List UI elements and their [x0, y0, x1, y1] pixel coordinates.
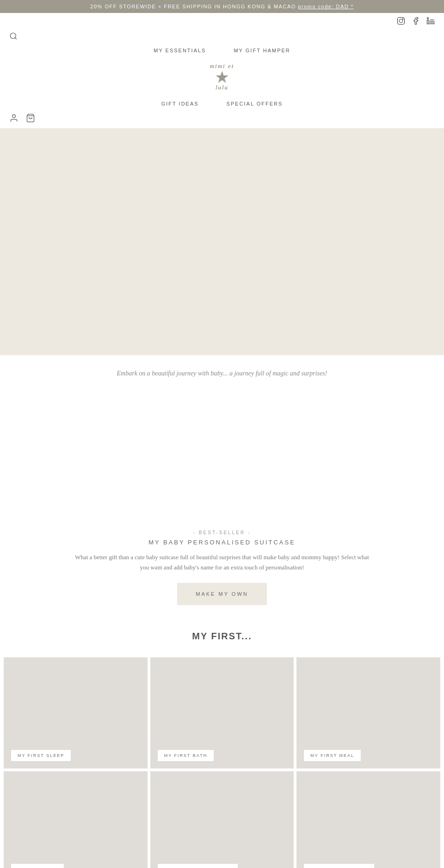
product-card-meal[interactable]: MY FIRST MEAL — [296, 657, 440, 768]
product-image-room-decor — [150, 771, 294, 868]
product-label-bath: MY FIRST BATH — [158, 750, 214, 761]
cart-button[interactable] — [26, 113, 35, 123]
product-image-toy — [4, 771, 148, 868]
svg-point-5 — [10, 33, 16, 38]
svg-rect-3 — [427, 20, 429, 24]
bestseller-label: - BEST-SELLER - — [9, 530, 435, 535]
bottom-nav: GIFT IDEAS SPECIAL OFFERS — [0, 97, 444, 111]
product-label-sleep: MY FIRST SLEEP — [11, 750, 71, 761]
my-first-section: MY FIRST... — [0, 614, 444, 651]
announcement-bar: 20% OFF STOREWIDE + FREE SHIPPING IN HON… — [0, 0, 444, 13]
announcement-text: 20% OFF STOREWIDE + FREE SHIPPING IN HON… — [90, 4, 296, 9]
account-cart-row — [0, 111, 444, 125]
product-card-sleep[interactable]: MY FIRST SLEEP — [4, 657, 148, 768]
svg-point-1 — [399, 19, 403, 23]
logo[interactable]: mimi et ★ lulu — [199, 62, 245, 95]
product-label-toy: MY FIRST TOY — [11, 864, 64, 868]
my-first-title: MY FIRST... — [0, 631, 444, 642]
search-row — [0, 29, 444, 43]
hero-banner — [0, 128, 444, 355]
make-my-own-button[interactable]: MAKE MY OWN — [177, 583, 266, 605]
journey-section: Embark on a beautiful journey with baby.… — [0, 355, 444, 387]
nav-my-gift-hamper[interactable]: MY GIFT HAMPER — [234, 48, 290, 53]
svg-rect-0 — [398, 18, 405, 25]
product-card-suitcase[interactable]: MY FIRST SUITCASE — [296, 771, 440, 868]
product-card-bath[interactable]: MY FIRST BATH — [150, 657, 294, 768]
logo-area: mimi et ★ lulu — [0, 58, 444, 97]
instagram-icon[interactable] — [397, 17, 405, 25]
logo-star: ★ — [215, 69, 229, 86]
product-label-room-decor: MY FIRST ROOM DECOR — [158, 864, 238, 868]
product-card-room-decor[interactable]: MY FIRST ROOM DECOR — [150, 771, 294, 868]
product-card-toy[interactable]: MY FIRST TOY — [4, 771, 148, 868]
linkedin-icon[interactable] — [426, 17, 435, 25]
bestseller-section: - BEST-SELLER - MY BABY PERSONALISED SUI… — [0, 516, 444, 614]
svg-line-6 — [15, 37, 16, 39]
nav-gift-ideas[interactable]: GIFT IDEAS — [161, 101, 199, 106]
product-label-suitcase: MY FIRST SUITCASE — [304, 864, 374, 868]
promo-link[interactable]: promo code: DAD * — [298, 4, 353, 9]
middle-image-area — [0, 391, 444, 512]
top-nav: MY ESSENTIALS MY GIFT HAMPER — [0, 43, 444, 58]
social-row — [0, 13, 444, 29]
account-button[interactable] — [9, 113, 18, 123]
svg-point-4 — [427, 18, 429, 19]
logo-text-bottom: lulu — [216, 84, 228, 91]
facebook-icon[interactable] — [412, 17, 420, 25]
product-image-suitcase — [296, 771, 440, 868]
journey-text: Embark on a beautiful journey with baby.… — [9, 370, 435, 377]
nav-my-essentials[interactable]: MY ESSENTIALS — [154, 48, 206, 53]
svg-point-2 — [402, 19, 403, 19]
product-label-meal: MY FIRST MEAL — [304, 750, 361, 761]
svg-point-7 — [12, 115, 16, 118]
product-grid: MY FIRST SLEEP MY FIRST BATH MY FIRST ME… — [0, 651, 444, 868]
nav-special-offers[interactable]: SPECIAL OFFERS — [227, 101, 283, 106]
bestseller-description: What a better gift than a cute baby suit… — [74, 552, 370, 573]
bestseller-title: MY BABY PERSONALISED SUITCASE — [9, 539, 435, 546]
search-button[interactable] — [9, 31, 18, 40]
